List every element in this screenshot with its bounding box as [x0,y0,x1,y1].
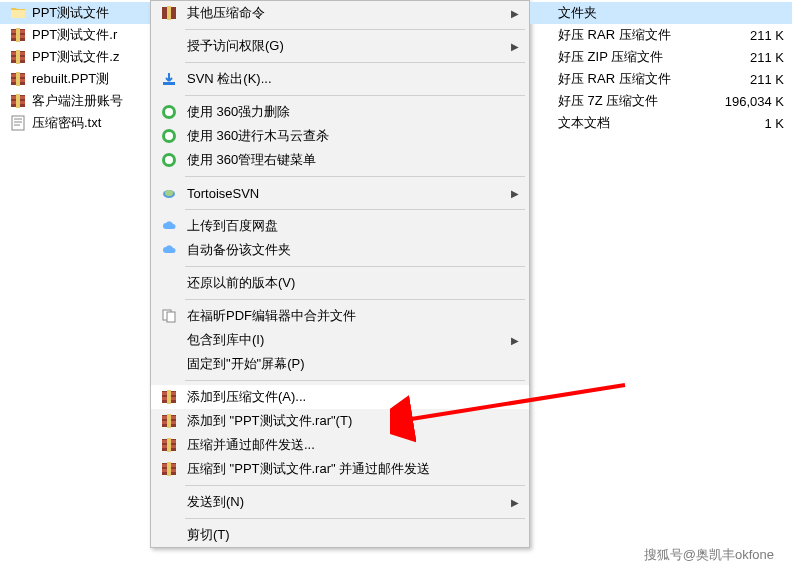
file-name: 客户端注册账号 [32,92,123,110]
detail-row[interactable]: 好压 7Z 压缩文件 196,034 K [530,90,792,112]
menu-360-force-delete[interactable]: 使用 360强力删除 [151,100,529,124]
svg-rect-22 [163,82,175,85]
detail-row[interactable]: 好压 RAR 压缩文件 211 K [530,24,792,46]
360-shield-icon [161,152,177,168]
detail-row[interactable]: 文本文档 1 K [530,112,792,134]
file-size: 211 K [714,50,784,65]
menu-upload-baidu[interactable]: 上传到百度网盘 [151,214,529,238]
menu-merge-pdf[interactable]: 在福昕PDF编辑器中合并文件 [151,304,529,328]
file-row[interactable]: 客户端注册账号 [0,90,160,112]
file-size: 196,034 K [714,94,784,109]
menu-restore-versions[interactable]: 还原以前的版本(V) [151,271,529,295]
menu-other-compress[interactable]: 其他压缩命令 ▶ [151,1,529,25]
file-row[interactable]: PPT测试文件 [0,2,160,24]
menu-label: 自动备份该文件夹 [187,241,291,259]
menu-add-to-archive[interactable]: 添加到压缩文件(A)... [151,385,529,409]
file-type: 文本文档 [558,114,714,132]
context-menu: 其他压缩命令 ▶ 授予访问权限(G) ▶ SVN 检出(K)... 使用 360… [150,0,530,548]
file-type: 好压 7Z 压缩文件 [558,92,714,110]
menu-compress-to-rar-email[interactable]: 压缩到 "PPT测试文件.rar" 并通过邮件发送 [151,457,529,481]
menu-360-manage-menu[interactable]: 使用 360管理右键菜单 [151,148,529,172]
svg-rect-16 [12,116,24,130]
file-name: rebuilt.PPT测 [32,70,109,88]
menu-tortoise-svn[interactable]: TortoiseSVN ▶ [151,181,529,205]
menu-svn-checkout[interactable]: SVN 检出(K)... [151,67,529,91]
menu-label: 上传到百度网盘 [187,217,278,235]
360-shield-icon [161,128,177,144]
menu-label: 使用 360进行木马云查杀 [187,127,329,145]
menu-compress-email[interactable]: 压缩并通过邮件发送... [151,433,529,457]
menu-label: 压缩到 "PPT测试文件.rar" 并通过邮件发送 [187,460,430,478]
file-size: 1 K [714,116,784,131]
menu-send-to[interactable]: 发送到(N) ▶ [151,490,529,514]
menu-label: 在福昕PDF编辑器中合并文件 [187,307,356,325]
menu-separator [185,485,525,486]
file-row[interactable]: PPT测试文件.z [0,46,160,68]
menu-label: 授予访问权限(G) [187,37,284,55]
file-row[interactable]: rebuilt.PPT测 [0,68,160,90]
menu-include-library[interactable]: 包含到库中(I) ▶ [151,328,529,352]
archive-icon [10,27,26,43]
file-row[interactable]: PPT测试文件.r [0,24,160,46]
menu-label: TortoiseSVN [187,186,259,201]
menu-separator [185,518,525,519]
file-name: PPT测试文件.r [32,26,117,44]
tortoise-icon [161,185,177,201]
svg-rect-21 [167,6,171,20]
svg-rect-15 [16,94,20,108]
menu-label: 固定到"开始"屏幕(P) [187,355,305,373]
file-size: 211 K [714,28,784,43]
chevron-right-icon: ▶ [511,497,519,508]
menu-label: 添加到 "PPT测试文件.rar"(T) [187,412,352,430]
menu-label: 使用 360管理右键菜单 [187,151,316,169]
svg-rect-7 [16,50,20,64]
backup-icon [161,242,177,258]
pdf-merge-icon [161,308,177,324]
file-name: 压缩密码.txt [32,114,101,132]
menu-label: SVN 检出(K)... [187,70,272,88]
archive-icon [10,49,26,65]
menu-grant-access[interactable]: 授予访问权限(G) ▶ [151,34,529,58]
menu-separator [185,299,525,300]
txt-icon [10,115,26,131]
360-shield-icon [161,104,177,120]
menu-label: 包含到库中(I) [187,331,264,349]
detail-row[interactable]: 文件夹 [530,2,792,24]
menu-label: 使用 360强力删除 [187,103,290,121]
file-type: 好压 RAR 压缩文件 [558,26,714,44]
svg-point-30 [165,190,173,196]
svg-rect-36 [167,390,171,404]
folder-icon [10,5,26,21]
svg-point-26 [165,132,173,140]
menu-pin-start[interactable]: 固定到"开始"屏幕(P) [151,352,529,376]
file-type: 文件夹 [558,4,714,22]
menu-add-to-rar[interactable]: 添加到 "PPT测试文件.rar"(T) [151,409,529,433]
svg-rect-3 [16,28,20,42]
file-size: 211 K [714,72,784,87]
menu-auto-backup[interactable]: 自动备份该文件夹 [151,238,529,262]
menu-label: 剪切(T) [187,526,230,544]
menu-cut[interactable]: 剪切(T) [151,523,529,547]
svn-checkout-icon [161,71,177,87]
menu-separator [185,95,525,96]
file-row[interactable]: 压缩密码.txt [0,112,160,134]
menu-separator [185,62,525,63]
file-type: 好压 ZIP 压缩文件 [558,48,714,66]
chevron-right-icon: ▶ [511,188,519,199]
archive-icon [10,93,26,109]
menu-separator [185,209,525,210]
chevron-right-icon: ▶ [511,41,519,52]
detail-row[interactable]: 好压 RAR 压缩文件 211 K [530,68,792,90]
detail-row[interactable]: 好压 ZIP 压缩文件 211 K [530,46,792,68]
svg-rect-48 [167,462,171,476]
menu-label: 还原以前的版本(V) [187,274,295,292]
file-list: PPT测试文件 PPT测试文件.r PPT测试文件.z rebuilt.PPT测… [0,0,160,136]
menu-separator [185,266,525,267]
cloud-icon [161,218,177,234]
file-name: PPT测试文件 [32,4,109,22]
chevron-right-icon: ▶ [511,8,519,19]
svg-rect-40 [167,414,171,428]
menu-360-trojan-scan[interactable]: 使用 360进行木马云查杀 [151,124,529,148]
menu-separator [185,29,525,30]
archive-icon [161,437,177,453]
